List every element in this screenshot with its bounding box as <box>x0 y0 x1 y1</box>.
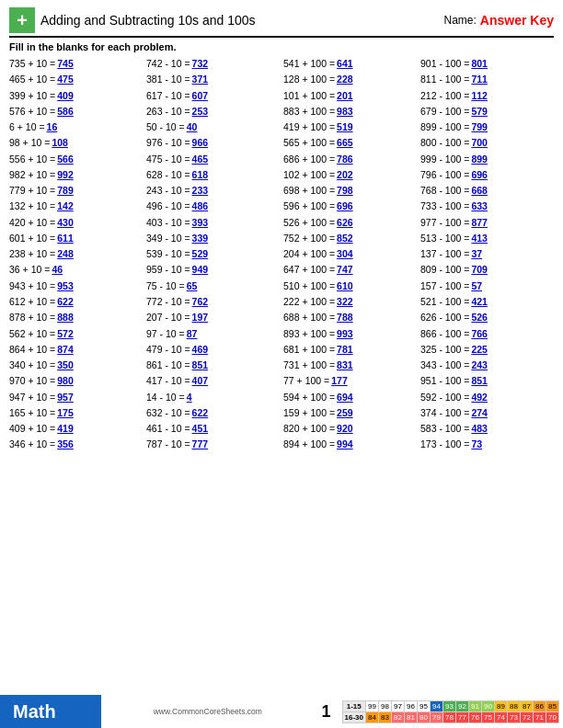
answer: 966 <box>192 135 214 150</box>
answer: 243 <box>471 358 493 372</box>
problem-item: 222 + 100 =322 <box>283 294 417 309</box>
problem-text: 772 - 10 = <box>146 294 190 309</box>
problem-text: 381 - 10 = <box>146 72 190 86</box>
answer: 228 <box>337 72 359 86</box>
answer: 665 <box>337 135 359 150</box>
problem-text: 541 + 100 = <box>283 56 335 71</box>
score-cell: 95 <box>418 700 431 711</box>
problem-text: 894 + 100 = <box>283 437 335 451</box>
problem-text: 204 + 100 = <box>283 246 335 261</box>
answer: 801 <box>471 56 493 71</box>
answer: 610 <box>337 279 359 293</box>
answer: 322 <box>337 294 359 309</box>
instructions: Fill in the blanks for each problem. <box>9 41 554 52</box>
problem-item: 947 + 10 =957 <box>9 390 143 404</box>
problem-item: 601 + 10 =611 <box>9 231 143 245</box>
problem-text: 526 + 100 = <box>283 215 335 230</box>
score-cell: 94 <box>431 700 443 711</box>
score-cell: 84 <box>366 711 379 722</box>
problem-item: 809 - 100 =709 <box>420 262 554 277</box>
problem-text: 137 - 100 = <box>420 246 469 261</box>
answer: 851 <box>471 373 493 388</box>
header-title: Adding and Subtracting 10s and 100s <box>40 13 256 28</box>
problem-text: 779 + 10 = <box>9 183 55 198</box>
answer: 371 <box>192 72 214 86</box>
answer: 413 <box>471 231 493 245</box>
problem-item: 539 - 10 =529 <box>146 246 280 261</box>
problem-text: 343 - 100 = <box>420 358 469 372</box>
problem-text: 601 + 10 = <box>9 231 55 245</box>
answer: 694 <box>337 390 359 404</box>
problem-item: 157 - 100 =57 <box>420 279 554 293</box>
problem-text: 50 - 10 = <box>146 119 185 134</box>
score-cell: 73 <box>508 711 521 722</box>
problem-text: 787 - 10 = <box>146 437 190 451</box>
answer: 949 <box>192 262 214 277</box>
answer: 877 <box>471 215 493 230</box>
problem-item: 800 - 100 =700 <box>420 135 554 150</box>
problem-text: 901 - 100 = <box>420 56 469 71</box>
problem-text: 731 + 100 = <box>283 358 335 372</box>
problem-item: 878 + 10 =888 <box>9 310 143 324</box>
score-range-label: 16-30 <box>342 711 365 722</box>
name-label: Name: <box>444 14 477 27</box>
problem-item: 349 - 10 =339 <box>146 231 280 245</box>
problem-text: 617 - 10 = <box>146 88 190 103</box>
problem-text: 576 + 10 = <box>9 104 55 119</box>
score-cell: 92 <box>456 700 469 711</box>
problem-text: 562 + 10 = <box>9 326 55 341</box>
answer: 992 <box>57 167 79 182</box>
problem-item: 768 - 100 =668 <box>420 183 554 198</box>
answer: 259 <box>337 405 359 420</box>
problem-text: 157 - 100 = <box>420 279 469 293</box>
problem-text: 403 - 10 = <box>146 215 190 230</box>
problem-text: 583 - 100 = <box>420 421 469 436</box>
answer: 233 <box>192 183 214 198</box>
problem-text: 207 - 10 = <box>146 310 190 324</box>
problem-text: 409 + 10 = <box>9 421 55 436</box>
answer: 201 <box>337 88 359 103</box>
problem-item: 970 + 10 =980 <box>9 373 143 388</box>
problem-text: 420 + 10 = <box>9 215 55 230</box>
answer: 465 <box>192 152 214 166</box>
answer: 451 <box>192 421 214 436</box>
problem-item: 583 - 100 =483 <box>420 421 554 436</box>
problem-item: 340 + 10 =350 <box>9 358 143 372</box>
score-cell: 75 <box>482 711 495 722</box>
problem-item: 982 + 10 =992 <box>9 167 143 182</box>
problem-item: 6 + 10 =16 <box>9 119 143 134</box>
problem-text: 128 + 100 = <box>283 72 335 86</box>
problem-text: 461 - 10 = <box>146 421 190 436</box>
answer: 304 <box>337 246 359 261</box>
score-cell: 81 <box>405 711 418 722</box>
problem-item: 883 + 100 =983 <box>283 104 417 119</box>
problem-item: 204 + 100 =304 <box>283 246 417 261</box>
answer: 899 <box>471 152 493 166</box>
answer: 766 <box>471 326 493 341</box>
problem-item: 752 + 100 =852 <box>283 231 417 245</box>
problem-text: 346 + 10 = <box>9 437 55 451</box>
score-cell: 96 <box>405 700 418 711</box>
answer: 142 <box>57 199 79 213</box>
problem-text: 883 + 100 = <box>283 104 335 119</box>
answer: 409 <box>57 88 79 103</box>
answer: 920 <box>337 421 359 436</box>
answer: 202 <box>337 167 359 182</box>
answer: 668 <box>471 183 493 198</box>
problem-item: 165 + 10 =175 <box>9 405 143 420</box>
problem-text: 947 + 10 = <box>9 390 55 404</box>
problem-text: 800 - 100 = <box>420 135 469 150</box>
problem-item: 556 + 10 =566 <box>9 152 143 166</box>
score-cell: 70 <box>546 711 559 722</box>
answer: 622 <box>192 405 214 420</box>
problem-text: 222 + 100 = <box>283 294 335 309</box>
answer: 747 <box>337 262 359 277</box>
problem-text: 681 + 100 = <box>283 342 335 357</box>
problem-item: 688 + 100 =788 <box>283 310 417 324</box>
problem-text: 539 - 10 = <box>146 246 190 261</box>
problem-item: 628 - 10 =618 <box>146 167 280 182</box>
answer: 37 <box>471 246 493 261</box>
answer: 526 <box>471 310 493 324</box>
problem-item: 787 - 10 =777 <box>146 437 280 451</box>
problem-item: 977 - 100 =877 <box>420 215 554 230</box>
